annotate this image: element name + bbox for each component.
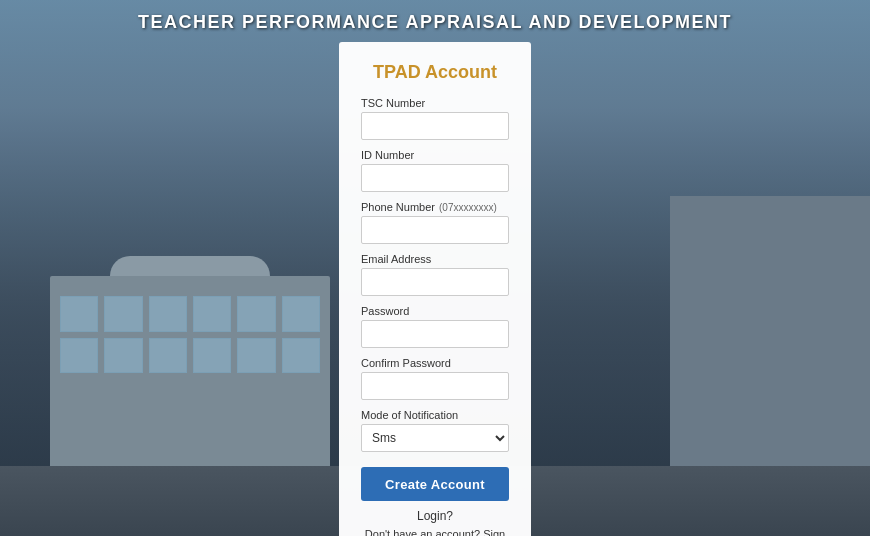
tsc-number-group: TSC Number — [361, 97, 509, 140]
phone-number-input[interactable] — [361, 216, 509, 244]
window — [282, 338, 320, 374]
window — [149, 296, 187, 332]
signup-link[interactable]: Don't have an account? Sign Up — [361, 528, 509, 536]
email-group: Email Address — [361, 253, 509, 296]
form-card: TPAD Account TSC Number ID Number Phone … — [339, 42, 531, 536]
id-number-group: ID Number — [361, 149, 509, 192]
window — [104, 338, 142, 374]
building-windows — [60, 296, 320, 456]
window — [60, 338, 98, 374]
password-input[interactable] — [361, 320, 509, 348]
building-main — [50, 276, 330, 476]
confirm-password-label: Confirm Password — [361, 357, 509, 369]
phone-hint: (07xxxxxxxx) — [439, 202, 497, 213]
create-account-button[interactable]: Create Account — [361, 467, 509, 501]
tsc-number-input[interactable] — [361, 112, 509, 140]
confirm-password-group: Confirm Password — [361, 357, 509, 400]
window — [149, 338, 187, 374]
notification-mode-group: Mode of Notification Sms Email Both — [361, 409, 509, 452]
page-title: TEACHER PERFORMANCE APPRAISAL AND DEVELO… — [20, 12, 850, 33]
window — [60, 296, 98, 332]
phone-number-group: Phone Number (07xxxxxxxx) — [361, 201, 509, 244]
login-link[interactable]: Login? — [361, 509, 509, 523]
password-label: Password — [361, 305, 509, 317]
email-label: Email Address — [361, 253, 509, 265]
window — [237, 338, 275, 374]
tsc-number-label: TSC Number — [361, 97, 509, 109]
id-number-label: ID Number — [361, 149, 509, 161]
email-input[interactable] — [361, 268, 509, 296]
window — [237, 296, 275, 332]
notification-mode-select[interactable]: Sms Email Both — [361, 424, 509, 452]
confirm-password-input[interactable] — [361, 372, 509, 400]
page-title-bar: TEACHER PERFORMANCE APPRAISAL AND DEVELO… — [0, 0, 870, 45]
building-right — [670, 196, 870, 476]
phone-number-label: Phone Number — [361, 201, 435, 213]
window — [282, 296, 320, 332]
card-title: TPAD Account — [361, 62, 509, 83]
notification-mode-label: Mode of Notification — [361, 409, 509, 421]
id-number-input[interactable] — [361, 164, 509, 192]
password-group: Password — [361, 305, 509, 348]
window — [104, 296, 142, 332]
window — [193, 296, 231, 332]
window — [193, 338, 231, 374]
phone-label-wrap: Phone Number (07xxxxxxxx) — [361, 201, 509, 216]
